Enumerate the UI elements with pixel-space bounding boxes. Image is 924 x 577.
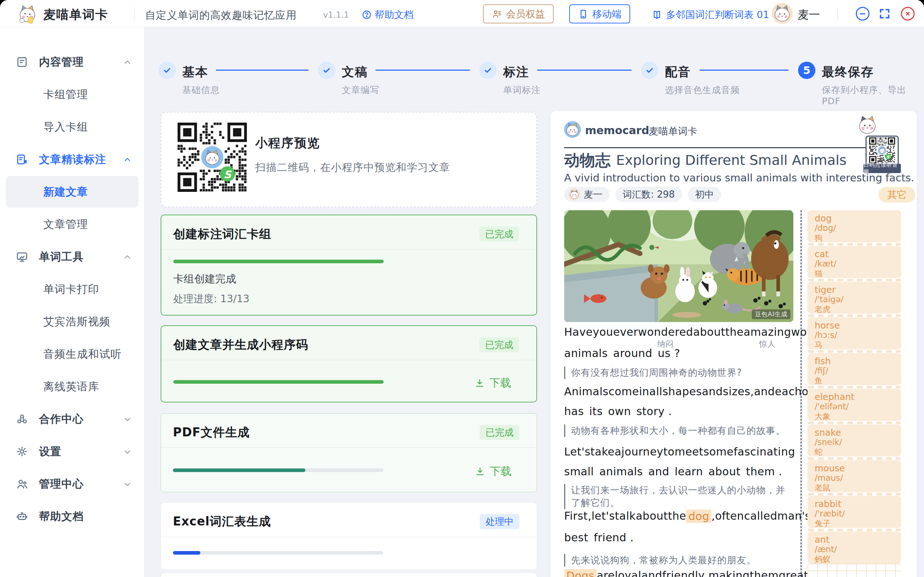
download-button[interactable]: 下载 — [474, 376, 511, 390]
category-tag: 其它 — [879, 187, 915, 203]
user-avatar[interactable] — [772, 3, 793, 24]
word-token: them — [750, 569, 779, 577]
word-zh: 蚂蚁 — [815, 554, 830, 565]
task-card-2: 创建文章并生成小程序码 已完成 下载 — [161, 325, 537, 403]
word-en: snake — [815, 427, 841, 438]
task-card-4: Excel词汇表生成 处理中 — [161, 502, 537, 570]
word-token: and — [641, 569, 662, 577]
sidebar-item-label: 导入卡组 — [43, 120, 88, 134]
word-card-horse[interactable]: horse /hɔ:s/ 马 — [808, 318, 901, 350]
word-token: man's — [777, 509, 811, 523]
sidebar-item-2[interactable]: 卡组管理 — [0, 78, 144, 111]
step-3-circle[interactable] — [479, 62, 497, 79]
download-button[interactable]: 下载 — [475, 464, 512, 479]
wordlist-end-grid — [808, 564, 901, 577]
word-ipa: /hɔ:s/ — [815, 330, 837, 340]
highlighted-word[interactable]: dog — [686, 509, 711, 523]
word-token: about — [693, 326, 725, 338]
word-token: own — [608, 405, 631, 417]
ai-watermark: 豆包AI生成 — [752, 309, 790, 319]
sidebar-item-5[interactable]: 新建文章 — [0, 176, 144, 208]
help-doc-link[interactable]: 帮助文档 — [362, 8, 414, 21]
fullscreen-button[interactable] — [878, 7, 892, 21]
svg-text:S: S — [887, 155, 890, 160]
task-status-badge: 已完成 — [479, 337, 519, 352]
memocard-logo-icon — [564, 121, 581, 138]
word-token: friend . — [594, 531, 634, 544]
word-token: in — [639, 385, 649, 398]
step-1-circle[interactable] — [158, 62, 176, 79]
sidebar-item-4[interactable]: 文章精读标注 — [0, 143, 144, 176]
step-connector-2 — [375, 69, 470, 71]
sidebar-item-15[interactable]: 帮助文档 — [0, 500, 144, 533]
sidebar-item-13[interactable]: 设置 — [0, 435, 144, 468]
word-token: has — [564, 405, 584, 417]
word-token: First, — [564, 509, 591, 523]
word-token: about — [709, 465, 741, 478]
word-token: some — [703, 445, 734, 458]
sidebar-item-11[interactable]: 离线英语库 — [0, 371, 144, 403]
member-person-icon — [492, 9, 502, 19]
word-token: story . — [636, 405, 672, 417]
sidebar-item-10[interactable]: 音频生成和试听 — [0, 338, 144, 371]
article-line-en: First,let'stalkaboutthedog,oftencalledma… — [564, 509, 793, 523]
mobile-app-label: 移动端 — [592, 8, 622, 21]
sidebar-item-12[interactable]: 合作中心 — [0, 403, 144, 435]
sidebar-item-9[interactable]: 艾宾浩斯视频 — [0, 305, 144, 338]
close-button[interactable] — [901, 7, 914, 21]
word-ipa: /fiʃ/ — [815, 366, 828, 376]
gear-icon — [16, 445, 28, 458]
word-card-elephant[interactable]: elephant /'elifənt/ 大象 — [808, 389, 901, 421]
word-zh: 猫 — [815, 268, 822, 279]
word-en: fish — [815, 356, 831, 366]
sidebar-item-8[interactable]: 单词卡打印 — [0, 273, 144, 305]
word-en: dog — [815, 213, 832, 224]
task-divider — [161, 448, 537, 448]
step-2-circle[interactable] — [318, 62, 335, 79]
word-card-cat[interactable]: cat /kæt/ 猫 — [808, 246, 901, 278]
sidebar-item-7[interactable]: 单词工具 — [0, 240, 144, 273]
article-line-zh: 你有没有想过我们周围神奇的动物世界? — [564, 366, 793, 379]
author-avatar — [569, 189, 580, 200]
sidebar-item-6[interactable]: 文章管理 — [0, 208, 144, 240]
word-card-fish[interactable]: fish /fiʃ/ 鱼 — [808, 353, 901, 385]
word-token: Let — [564, 445, 582, 458]
word-en: rabbit — [815, 499, 842, 509]
qr-card-title: 小程序预览 — [255, 135, 320, 152]
word-token: often — [715, 509, 744, 523]
word-card-tiger[interactable]: tiger /'taigə/ 老虎 — [808, 282, 901, 314]
sidebar-item-1[interactable]: 内容管理 — [0, 46, 144, 78]
word-token: them . — [746, 465, 782, 478]
chevron-down-icon — [123, 447, 132, 456]
task-title: 创建文章并生成小程序码 — [173, 337, 308, 353]
word-token: fascinating — [734, 445, 795, 458]
word-ipa: /'ræbit/ — [815, 509, 845, 518]
app-logo-cat-icon — [16, 3, 38, 24]
sidebar: 内容管理卡组管理导入卡组文章精读标注新建文章文章管理单词工具单词卡打印艾宾浩斯视… — [0, 27, 144, 577]
article-annotate-icon — [16, 153, 28, 166]
word-card-dog[interactable]: dog /dɒg/ 狗 — [808, 210, 901, 242]
mobile-app-button[interactable]: 移动端 — [569, 4, 630, 23]
word-en: cat — [815, 249, 829, 259]
word-token: s — [585, 445, 591, 458]
step-5-circle[interactable]: 5 — [798, 62, 815, 79]
highlighted-word[interactable]: Dogs — [564, 569, 597, 577]
word-card-mouse[interactable]: mouse /maus/ 老鼠 — [808, 460, 901, 492]
word-token: animals — [599, 465, 643, 478]
word-card-snake[interactable]: snake /sneik/ 蛇 — [808, 424, 901, 456]
word-card-rabbit[interactable]: rabbit /'ræbit/ 兔子 — [808, 496, 901, 528]
sidebar-item-14[interactable]: 管理中心 — [0, 468, 144, 500]
word-token: a — [615, 445, 622, 458]
sidebar-item-3[interactable]: 导入卡组 — [0, 111, 144, 143]
qr-card-subtitle: 扫描二维码，在小程序中预览和学习文章 — [255, 161, 450, 175]
minimize-button[interactable] — [856, 7, 869, 21]
step-4-circle[interactable] — [641, 62, 658, 79]
audio-qr-caption: 扫码点读听音频 — [863, 164, 901, 173]
member-benefits-button[interactable]: 会员权益 — [483, 4, 554, 23]
word-zh: 大象 — [815, 411, 830, 422]
current-deck-link[interactable]: 多邻国词汇判断词表 01 — [651, 8, 769, 21]
step-2-sublabel: 文章编写 — [342, 84, 380, 96]
article-subtitle: A vivid introduction to various small an… — [564, 172, 914, 184]
word-card-ant[interactable]: ant /ænt/ 蚂蚁 — [808, 532, 901, 564]
collab-icon — [16, 413, 28, 425]
